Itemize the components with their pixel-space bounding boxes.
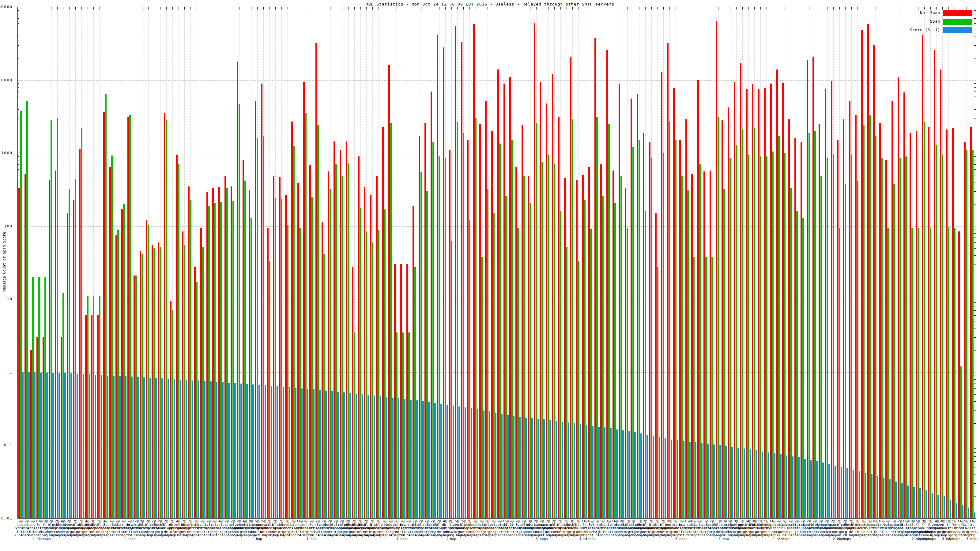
bar-not-spam (30, 350, 32, 518)
x-tick-top (542, 7, 542, 10)
bar-spam (754, 128, 755, 518)
bar-not-spam (855, 115, 857, 518)
bar-spam (645, 211, 646, 518)
bar-spam (620, 176, 622, 518)
bar-score (489, 411, 490, 518)
x-tick-top (251, 7, 251, 10)
bar-not-spam (461, 42, 463, 518)
y-minor-tick-left (18, 83, 19, 84)
y-minor-tick-right (974, 45, 976, 46)
x-tick-top (827, 7, 827, 10)
bar-not-spam (564, 178, 566, 518)
bar-spam (972, 150, 974, 518)
bar-not-spam (637, 94, 638, 518)
bar-spam (651, 158, 652, 518)
bar-not-spam (406, 264, 408, 518)
bar-spam (675, 140, 676, 518)
x-tick-top (203, 7, 203, 10)
y-tick-label: 1000 (0, 151, 13, 155)
x-tick-top (591, 7, 591, 10)
bar-not-spam (710, 170, 711, 518)
bar-spam (912, 228, 913, 518)
bar-score (562, 422, 563, 518)
bar-score (804, 459, 806, 518)
bar-score (119, 376, 121, 518)
x-tick-top (415, 7, 415, 10)
y-minor-tick-right (974, 58, 976, 59)
bar-not-spam (595, 38, 596, 518)
x-tick-top (439, 7, 439, 10)
y-minor-tick-right (974, 118, 976, 119)
y-minor-tick-right (974, 248, 976, 249)
bar-not-spam (612, 170, 614, 518)
bar-spam (584, 200, 585, 518)
bar-spam (360, 208, 361, 518)
bar-spam (329, 189, 331, 518)
bar-score (774, 453, 775, 518)
bar-score (252, 384, 254, 518)
bar-not-spam (697, 80, 699, 518)
bar-score (150, 378, 151, 518)
bar-not-spam (782, 83, 784, 518)
x-tick-top (845, 7, 846, 10)
bar-spam (547, 155, 549, 518)
bar-score (822, 462, 824, 518)
bar-not-spam (291, 122, 293, 518)
y-minor-tick-right (974, 379, 976, 380)
bar-not-spam (455, 26, 456, 518)
x-tick-top (33, 7, 33, 10)
bar-score (574, 423, 575, 518)
bar-score (689, 442, 690, 518)
bar-spam (287, 225, 288, 518)
bar-not-spam (879, 123, 881, 518)
bar-score (204, 381, 205, 518)
bar-spam (802, 218, 804, 518)
x-tick-top (833, 7, 834, 10)
bar-not-spam (340, 150, 341, 518)
y-tick-label: 0.1 (0, 443, 13, 447)
bar-score (471, 408, 472, 518)
bar-not-spam (279, 177, 280, 518)
bar-score (283, 387, 284, 518)
bar-score (829, 464, 830, 518)
bar-score (301, 389, 302, 518)
bar-not-spam (176, 155, 178, 518)
x-tick-top (75, 7, 76, 10)
x-tick-top (682, 7, 682, 10)
x-tick-top (518, 7, 518, 10)
y-minor-tick-right (974, 350, 976, 351)
bar-score (628, 431, 630, 518)
bar-score (883, 478, 885, 518)
x-tick-top (330, 7, 331, 10)
y-minor-tick-right (974, 109, 976, 110)
bar-not-spam (837, 140, 838, 518)
bar-spam (299, 228, 301, 518)
bar-spam (469, 221, 470, 518)
bar-spam (433, 142, 434, 518)
y-minor-tick-left (18, 45, 19, 46)
bar-score (555, 421, 557, 518)
bar-score (34, 372, 35, 518)
legend-label: Score (0..1) (910, 28, 940, 32)
bar-spam (638, 140, 640, 518)
bar-not-spam (776, 70, 778, 518)
bar-score (161, 378, 163, 518)
bar-spam (62, 293, 64, 518)
bar-not-spam (49, 180, 50, 518)
bar-spam (723, 189, 725, 518)
y-minor-tick-right (974, 423, 976, 424)
x-tick-top (784, 7, 785, 10)
bar-not-spam (728, 108, 729, 518)
bar-not-spam (625, 188, 626, 518)
bar-not-spam (673, 88, 675, 518)
x-tick-top (924, 7, 924, 10)
bar-score (920, 488, 921, 518)
bar-spam (196, 282, 197, 518)
bar-not-spam (570, 57, 571, 518)
bar-not-spam (970, 127, 972, 518)
bar-not-spam (734, 82, 735, 518)
bar-score (64, 373, 66, 518)
bar-not-spam (358, 156, 360, 518)
bar-spam (839, 228, 840, 518)
bar-not-spam (546, 103, 547, 518)
